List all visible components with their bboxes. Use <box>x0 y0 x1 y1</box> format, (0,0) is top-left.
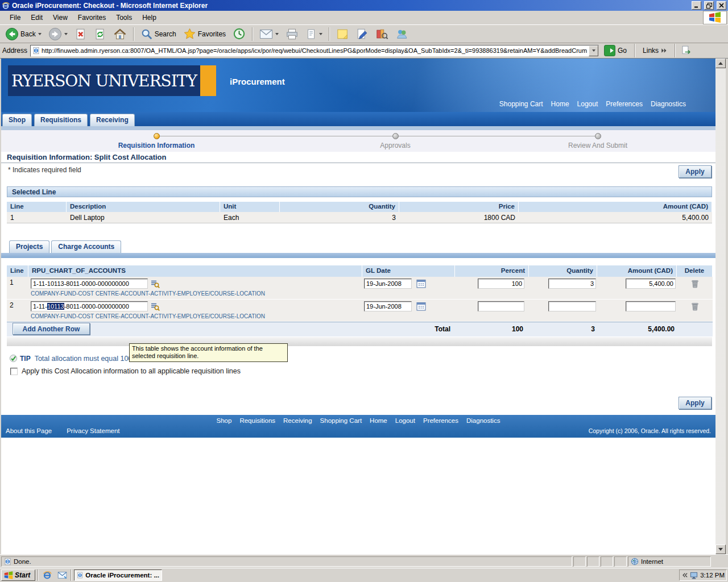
journal-button[interactable] <box>353 26 371 42</box>
apply-all-row: Apply this Cost Allocation information t… <box>10 367 241 375</box>
menu-help[interactable]: Help <box>137 12 162 23</box>
footer-link-home[interactable]: Home <box>370 417 387 424</box>
add-another-row-button[interactable]: Add Another Row <box>13 323 90 335</box>
account-input-2[interactable]: 1-11-10113-8011-0000-000000000 <box>31 301 148 311</box>
go-button[interactable]: Go <box>602 44 629 57</box>
tab-charge-accounts[interactable]: Charge Accounts <box>51 240 121 253</box>
back-button[interactable]: Back <box>2 26 44 43</box>
history-button[interactable] <box>230 26 249 42</box>
edit-button[interactable] <box>303 26 325 42</box>
calendar-icon[interactable] <box>416 302 426 311</box>
quicklaunch-mail-icon[interactable] <box>56 569 68 581</box>
forward-dropdown-icon[interactable] <box>64 33 68 35</box>
table-tooltip: This table shows the account information… <box>129 343 288 362</box>
address-dropdown-button[interactable] <box>589 45 598 56</box>
footer-link-shopping-cart[interactable]: Shopping Cart <box>320 417 362 424</box>
footer-link-logout[interactable]: Logout <box>395 417 415 424</box>
scroll-down-button[interactable] <box>715 544 726 554</box>
link-shopping-cart[interactable]: Shopping Cart <box>499 100 543 108</box>
col-percent: Percent <box>455 265 529 277</box>
window-title: Oracle iProcurement: Checkout - Microsof… <box>12 2 689 10</box>
favorites-label: Favorites <box>198 30 226 38</box>
delete-trash-icon[interactable] <box>690 278 700 289</box>
footer-link-preferences[interactable]: Preferences <box>423 417 458 424</box>
forward-icon <box>48 27 62 41</box>
gl-date-input-1[interactable] <box>364 278 412 289</box>
edit-dropdown-icon[interactable] <box>319 33 322 35</box>
quantity-input-2[interactable] <box>548 301 596 311</box>
search-button[interactable]: Search <box>138 26 179 42</box>
amount-input-2[interactable] <box>626 301 676 311</box>
footer-link-receiving[interactable]: Receiving <box>283 417 312 424</box>
start-button[interactable]: Start <box>1 569 35 581</box>
menu-view[interactable]: View <box>48 12 73 23</box>
apply-all-checkbox[interactable] <box>10 368 18 375</box>
link-preferences[interactable]: Preferences <box>606 100 643 108</box>
menu-file[interactable]: File <box>5 12 26 23</box>
account-lov-icon[interactable] <box>150 302 160 311</box>
menu-favorites[interactable]: Favorites <box>73 12 111 23</box>
back-dropdown-icon[interactable] <box>38 33 42 35</box>
quicklaunch-ie-icon[interactable] <box>41 569 53 581</box>
close-button[interactable] <box>717 1 726 10</box>
apply-button-top[interactable]: Apply <box>679 165 712 178</box>
favorites-button[interactable]: Favorites <box>180 26 229 42</box>
minimize-button[interactable] <box>692 1 701 10</box>
browser-viewport: RYERSON UNIVERSITY iProcurement Shopping… <box>1 59 715 554</box>
tray-network-icon[interactable] <box>690 572 698 579</box>
sticky-note-button[interactable] <box>333 26 352 42</box>
tab-shop[interactable]: Shop <box>2 114 32 126</box>
home-button[interactable] <box>110 26 130 43</box>
link-home[interactable]: Home <box>551 100 569 108</box>
messenger-button[interactable] <box>392 26 411 42</box>
links-zone[interactable]: Links <box>640 47 669 55</box>
selected-line-section-header: Selected Line <box>7 186 712 197</box>
forward-button[interactable] <box>46 26 71 43</box>
privacy-statement-link[interactable]: Privacy Statement <box>67 427 119 434</box>
cell-description: Dell Laptop <box>67 212 220 223</box>
tab-requisitions[interactable]: Requisitions <box>34 114 88 126</box>
link-logout[interactable]: Logout <box>577 100 598 108</box>
menu-edit[interactable]: Edit <box>26 12 48 23</box>
delete-trash-icon[interactable] <box>690 301 700 312</box>
amount-input-1[interactable] <box>626 278 676 289</box>
page-send-icon[interactable] <box>681 45 692 56</box>
tray-chevron-icon[interactable] <box>681 572 688 579</box>
calendar-icon[interactable] <box>416 279 426 288</box>
footer-link-requisitions[interactable]: Requisitions <box>239 417 275 424</box>
percent-input-2[interactable] <box>478 301 524 311</box>
start-label: Start <box>15 571 30 579</box>
restore-button[interactable] <box>704 1 714 10</box>
menu-tools[interactable]: Tools <box>111 12 137 23</box>
account-structure-hint: COMPANY-FUND-COST CENTRE-ACCOUNT-ACTIVIT… <box>31 290 362 297</box>
cell-line: 1 <box>7 212 67 223</box>
mail-button[interactable] <box>257 27 282 41</box>
mail-dropdown-icon[interactable] <box>275 33 279 35</box>
print-button[interactable] <box>283 26 301 42</box>
total-quantity: 3 <box>529 322 597 336</box>
refresh-button[interactable] <box>91 26 109 43</box>
stop-button[interactable] <box>72 26 90 43</box>
vertical-scrollbar[interactable] <box>715 59 726 554</box>
quantity-input-1[interactable] <box>548 278 596 289</box>
back-icon <box>5 27 19 41</box>
apply-button-bottom[interactable]: Apply <box>679 397 712 409</box>
percent-input-1[interactable] <box>478 278 524 289</box>
account-lov-icon[interactable] <box>150 279 160 289</box>
task-button-oracle-iprocurement[interactable]: Oracle iProcurement: ... <box>74 569 162 581</box>
tab-projects[interactable]: Projects <box>9 240 49 253</box>
footer-link-diagnostics[interactable]: Diagnostics <box>466 417 500 424</box>
account-input-1[interactable] <box>31 278 148 289</box>
cell-percent <box>455 277 529 299</box>
scroll-up-button[interactable] <box>715 59 726 68</box>
footer-link-shop[interactable]: Shop <box>217 417 232 424</box>
research-button[interactable] <box>373 26 391 42</box>
tab-receiving[interactable]: Receiving <box>90 114 135 126</box>
link-diagnostics[interactable]: Diagnostics <box>651 100 686 108</box>
gl-date-input-2[interactable] <box>364 301 412 311</box>
cell-gl-date <box>362 277 455 299</box>
taskbar-separator <box>71 569 72 581</box>
ryerson-logo: RYERSON UNIVERSITY <box>8 65 200 96</box>
about-this-page-link[interactable]: About this Page <box>6 427 52 434</box>
address-input[interactable] <box>42 46 587 56</box>
